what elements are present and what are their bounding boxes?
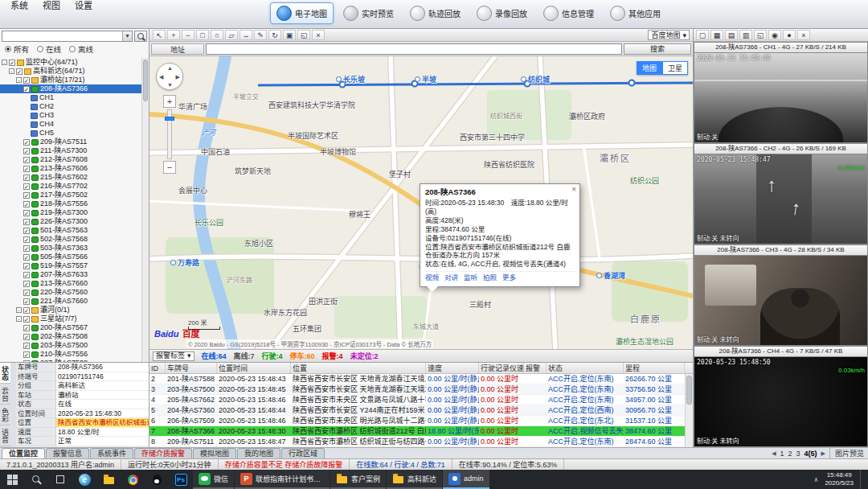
table-row[interactable]: 5204-陕AS73602020-05-23 15:48:44陕西省西安市长安区… [149,405,685,416]
map-type-button[interactable]: 地图 [637,61,662,75]
show-desktop-button[interactable] [860,470,863,489]
tree-item-vehicle[interactable]: ✓221-陕AS7660 [0,297,141,306]
clear-overlay-icon[interactable]: × [312,30,325,40]
bottom-tab[interactable]: 行政区域 [281,448,325,458]
fullscreen-icon[interactable]: ◱ [297,30,310,40]
zoom-in-button[interactable]: + [163,95,176,108]
rect-select-icon[interactable]: □ [196,30,209,40]
table-row[interactable]: 7208-陕AS73662020-05-23 15:48:30陕西省西安市灞桥区… [149,426,685,437]
ribbon-tab[interactable]: 其他应用 [604,2,667,24]
checkbox-icon[interactable]: ✓ [23,343,30,349]
column-header[interactable]: 位置时间 [217,363,291,373]
circle-select-icon[interactable]: ○ [211,30,223,40]
tree-item-vehicle[interactable]: ✓216-陕AS7702 [0,182,141,191]
pan-down-icon[interactable]: ▼ [167,82,173,88]
checkbox-icon[interactable]: ✓ [9,60,15,66]
checkbox-icon[interactable]: ✓ [23,281,30,287]
table-scrollbar[interactable] [685,374,693,447]
menu-item[interactable]: 视图 [35,0,68,11]
tree-item-vehicle[interactable]: ✓213-陕AS7606 [0,164,141,173]
tree-item-vehicle[interactable]: ✓502-陕AS7568 [0,235,141,244]
checkbox-icon[interactable]: ✓ [23,351,30,358]
chrome-button[interactable] [121,470,145,489]
checkbox-icon[interactable]: ✓ [16,68,23,75]
column-header[interactable]: 车牌号 [166,363,217,373]
refresh-map-icon[interactable]: ↻ [268,30,281,40]
ribbon-tab[interactable]: 录像回放 [470,2,534,24]
tree-item-vehicle[interactable]: ✓503-陕AS7363 [0,244,141,253]
detail-tab[interactable]: 状态 [0,363,10,384]
tree-item-camera[interactable]: CH4 [0,120,141,129]
checkbox-icon[interactable]: ✓ [23,201,30,208]
checkbox-icon[interactable]: ✓ [23,334,30,340]
tree-item-camera[interactable]: CH1 [0,93,141,102]
tree-item-vehicle[interactable]: ✓519-陕AS7557 [0,261,141,270]
tree-item-vehicle[interactable]: ✓200-陕AS7567 [0,323,141,332]
expander-icon[interactable]: - [16,77,22,83]
bottom-tab[interactable]: 我的地图 [237,448,280,458]
layout-1-icon[interactable]: ▢ [696,30,709,40]
video-screen[interactable]: 2020-05-23 15:48:48制动:关 未转向 [694,52,868,143]
video-screen[interactable]: 2020-05-23 15:48:500.03km/h制动:关 未转向 [694,356,868,447]
popup-link[interactable]: 监听 [464,273,477,281]
checkbox-icon[interactable]: ✓ [23,245,30,252]
zoom-slider-thumb[interactable] [165,117,174,121]
layers-icon[interactable]: ▣ [283,30,296,40]
ribbon-tab[interactable]: 信息管理 [537,2,600,24]
checkbox-icon[interactable]: ✓ [23,236,30,243]
video-item[interactable]: 208-陕AS7366 - CH2 - 4G - 26 KB/S / 169 K… [694,143,868,244]
video-item[interactable]: 208-陕AS7366 - CH4 - 4G - 7 KB/S / 47 KB2… [694,346,868,447]
tree-item-vehicle[interactable]: ✓505-陕AS7566 [0,253,141,261]
video-item[interactable]: 208-陕AS7366 - CH1 - 4G - 27 KB/S / 214 K… [694,42,868,143]
alarm-label-combobox[interactable]: 报警标签 ▾ [153,351,194,361]
tree-item-vehicle[interactable]: ✓202-陕AS7508 [0,332,141,341]
taskbar-app[interactable]: admin [443,470,489,489]
map-layer-select[interactable]: 百度地图 ▾ [648,30,690,40]
expander-icon[interactable]: - [16,307,22,313]
detail-tab[interactable]: 云台 [0,384,10,405]
popup-link[interactable]: 视频 [425,273,439,281]
tree-item-vehicle[interactable]: ✓209-陕AS7511 [0,138,141,146]
task-view-button[interactable] [48,470,72,489]
tree-item-vehicle[interactable]: ✓210-陕AS7556 [0,350,141,359]
bottom-tab[interactable]: 系统事件 [90,448,133,458]
vehicle-search-combobox[interactable]: ▾ [2,31,133,42]
column-header[interactable]: 行驶记录仪速度 [479,363,524,373]
qq-button[interactable] [145,470,169,489]
close-icon[interactable]: × [571,185,576,195]
page-number[interactable]: 2 [788,450,792,458]
taskbar-app[interactable]: P联想指南针计划书20... [235,470,330,489]
tree-item-group[interactable]: -✓高科新达(64/71) [0,67,141,76]
tree-item-vehicle[interactable]: ✓219-陕AS7300 [0,208,141,217]
checkbox-icon[interactable]: ✓ [23,183,30,190]
snapshot-icon[interactable]: ◉ [768,30,781,40]
prev-page-icon[interactable]: ◀ [772,450,776,457]
bottom-tab[interactable]: 报警信息 [46,448,89,458]
tree-item-vehicle[interactable]: ✓203-陕AS7500 [0,341,141,350]
column-header[interactable]: 状态 [547,363,624,373]
tree-item-vehicle[interactable]: ✓211-陕AS7300 [0,146,141,155]
popup-link[interactable]: 更多 [502,273,516,281]
checkbox-icon[interactable]: ✓ [23,166,30,172]
detail-tab[interactable]: 色彩 [0,405,10,425]
checkbox-icon[interactable]: ✓ [23,86,30,92]
ribbon-tab[interactable]: 电子地图 [270,2,334,24]
tree-item-vehicle[interactable]: ✓208-陕AS7366 [0,84,141,93]
table-row[interactable]: 3203-陕AS75002020-05-23 15:48:45陕西省西安市长安区… [149,384,685,395]
table-row[interactable]: 4205-陕AS76622020-05-23 15:48:46陕西省西安市未央区… [149,395,685,405]
edge-browser-button[interactable]: e [72,470,96,489]
draw-tool-icon[interactable]: ✎ [254,30,267,40]
zoom-slider[interactable] [167,109,172,159]
tree-item-camera[interactable]: CH3 [0,111,141,120]
map-search-button[interactable]: 搜索 [624,43,691,55]
tree-item-group[interactable]: -✓灞河(0/1) [0,306,141,314]
checkbox-icon[interactable]: ✓ [23,307,30,314]
column-header[interactable]: 里程 [624,363,685,373]
checkbox-icon[interactable]: ✓ [23,210,30,216]
bottom-tab[interactable]: 模拟地图 [193,448,236,458]
checkbox-icon[interactable]: ✓ [23,148,30,154]
bottom-tab[interactable]: 存储介质报警 [134,448,192,458]
search-vehicle-button[interactable] [134,31,147,42]
taskbar-app[interactable]: 高科新达 [387,470,442,489]
measure-distance-icon[interactable]: ↔ [240,30,252,40]
